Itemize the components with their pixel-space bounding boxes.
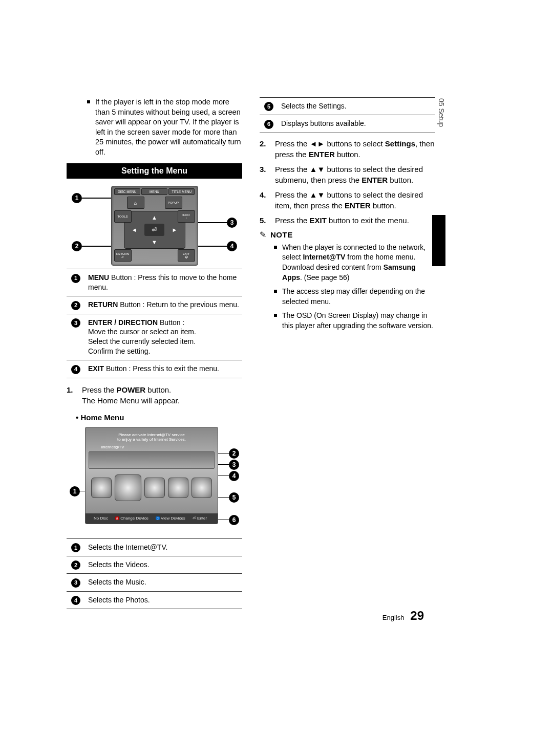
table-row: 4EXIT Button : Press this to exit the me… [67,360,242,378]
remote-body: DISC MENU MENU TITLE MENU ⌂ POPUP TOOLS … [111,186,198,266]
home-desc-table-left: 1Selects the Internet@TV.2Selects the Vi… [67,538,242,610]
step-item: 5.Press the EXIT button to exit the menu… [260,215,435,226]
step-item: 3.Press the ▲▼ buttons to select the des… [260,164,435,185]
section-header-setting-menu: Setting the Menu [67,163,242,179]
home-msg: Please activate Internet@TV service to e… [86,427,218,444]
step-1: 1. Press the POWER button. The Home Menu… [67,384,242,406]
remote-btn-disc-menu: DISC MENU [114,188,140,195]
bottom-view: d View Devices [156,516,185,521]
dpad-down-icon: ▼ [144,236,164,248]
table-row: 3ENTER / DIRECTION Button :Move the curs… [67,314,242,360]
carousel-item [115,474,141,501]
t-bold: POWER [117,385,146,394]
bullet-icon [87,100,90,103]
row-num: 2 [67,296,85,314]
dpad-up-icon: ▲ [144,211,164,224]
intro-bullet: If the player is left in the stop mode m… [87,97,242,157]
remote-btn-menu: MENU [141,188,167,195]
footer-language: English [382,614,405,621]
home-menu-heading: • Home Menu [76,413,242,422]
step-item: 4.Press the ▲▼ buttons to select the des… [260,189,435,211]
step-text: Press the ▲▼ buttons to select the desir… [275,164,435,185]
row-num: 5 [260,98,278,115]
right-column: 5Selects the Settings.6Displays buttons … [260,97,435,609]
callout-5: 5 [229,492,239,503]
table-row: 6Displays buttons available. [260,115,435,133]
row-num: 6 [260,115,278,133]
row-text: RETURN Button : Return to the previous m… [85,296,242,314]
carousel-item [192,478,212,498]
row-num: 4 [67,360,85,378]
callout-4: 4 [227,241,237,251]
step-num: 3. [260,164,270,185]
row-text: Displays buttons available. [278,115,435,133]
bottom-enter: ⏎ Enter [193,516,207,521]
step-num: 4. [260,189,270,211]
row-num: 1 [67,538,85,556]
remote-btn-home-icon: ⌂ [127,197,144,209]
remote-desc-table: 1MENU Button : Press this to move to the… [67,269,242,378]
callout-2: 2 [229,448,239,459]
table-row: 1Selects the Internet@TV. [67,538,242,556]
remote-btn-exit: EXIT⏻ [178,249,195,262]
table-row: 4Selects the Photos. [67,591,242,609]
note-text: The OSD (On Screen Display) may change i… [282,311,435,331]
note-icon: ✎ [260,230,266,240]
remote-diagram: 1 2 3 4 DISC MENU MENU TITLE MENU ⌂ POPU… [72,186,237,263]
t: The Home Menu will appear. [82,396,180,405]
t: Please activate Internet@TV service [118,433,185,437]
bullet-icon [274,314,277,317]
home-carousel [86,472,218,504]
remote-btn-return: RETURN↶ [114,249,132,262]
callout-line [196,222,227,223]
step-num: 1. [67,384,77,406]
note-text: The access step may differ depending on … [282,287,435,307]
table-row: 2RETURN Button : Return to the previous … [67,296,242,314]
dpad-enter-icon: ⏎ [144,224,164,236]
remote-dpad: ▲ ◄⏎► ▼ [124,211,185,249]
bullet-icon [274,290,277,293]
home-itv-bar [89,451,215,469]
note-list: When the player is connected to the netw… [274,243,435,331]
row-text: Selects the Music. [85,574,242,591]
callout-3: 3 [227,218,237,228]
note-text: When the player is connected to the netw… [282,243,435,283]
home-menu-diagram: 1 2 3 4 5 6 Please activate Internet@TV … [70,427,239,534]
carousel-item [144,478,165,498]
row-text: EXIT Button : Press this to exit the men… [85,360,242,378]
callout-line [196,246,227,247]
row-text: Selects the Videos. [85,556,242,573]
bottom-change: a Change Device [115,516,148,521]
table-row: 5Selects the Settings. [260,98,435,115]
row-num: 3 [67,574,85,591]
left-steps: 1. Press the POWER button. The Home Menu… [67,384,242,406]
page-columns: If the player is left in the stop mode m… [67,97,435,609]
row-num: 3 [67,314,85,360]
table-row: 3Selects the Music. [67,574,242,591]
row-num: 4 [67,591,85,609]
table-row: 2Selects the Videos. [67,556,242,573]
step-text: Press the ▲▼ buttons to select the desir… [275,189,435,211]
home-itv-label: Internet@TV [86,444,218,450]
t: to enjoy a variety of Internet Services. [117,437,186,442]
home-desc-table-right: 5Selects the Settings.6Displays buttons … [260,97,435,133]
right-steps: 2.Press the ◄► buttons to select Setting… [260,138,435,226]
t: Enter [197,516,207,521]
callout-6: 6 [229,515,239,525]
step-item: 2.Press the ◄► buttons to select Setting… [260,138,435,160]
home-bottombar: No Disc a Change Device d View Devices ⏎… [86,513,218,524]
step-text: Press the POWER button. The Home Menu wi… [82,384,180,406]
note-item: When the player is connected to the netw… [274,243,435,283]
carousel-item [168,478,188,498]
note-item: The OSD (On Screen Display) may change i… [274,311,435,331]
footer-page-number: 29 [410,609,424,622]
bullet-icon [274,246,277,249]
table-row: 1MENU Button : Press this to move to the… [67,269,242,296]
dpad-left-icon: ◄ [124,224,144,236]
callout-1: 1 [70,486,80,496]
row-text: Selects the Internet@TV. [85,538,242,556]
row-text: MENU Button : Press this to move to the … [85,269,242,296]
row-text: Selects the Photos. [85,591,242,609]
intro-text: If the player is left in the stop mode m… [95,97,242,157]
step-text: Press the ◄► buttons to select Settings,… [275,138,435,160]
